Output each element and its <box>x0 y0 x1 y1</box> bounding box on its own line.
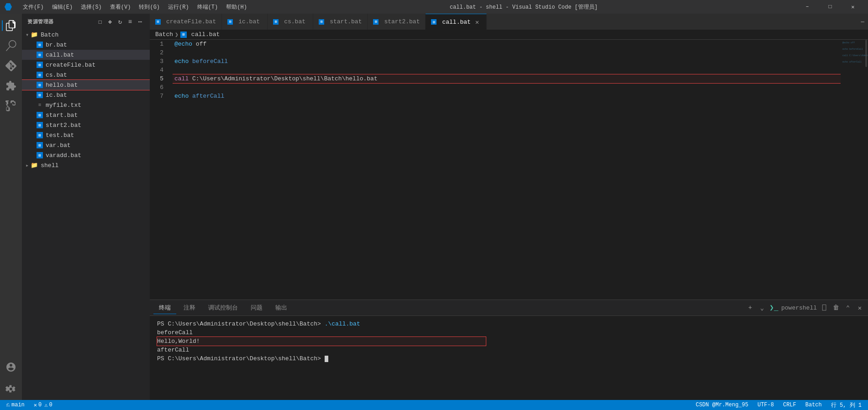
kill-terminal-button[interactable]: 🗑 <box>831 303 841 312</box>
filename: createFile.bat <box>46 62 95 68</box>
status-language[interactable]: Batch <box>803 400 825 410</box>
file-createfile-bat[interactable]: ⊞ createFile.bat <box>22 60 150 70</box>
terminal-content[interactable]: PS C:\Users\Administrator\Desktop\shell\… <box>150 316 868 400</box>
windows-file-icon: ⊞ <box>37 142 43 148</box>
file-br-bat[interactable]: ⊞ br.bat <box>22 40 150 50</box>
menu-view[interactable]: 查看(V) <box>106 2 135 12</box>
status-line-ending[interactable]: CRLF <box>780 400 799 410</box>
breadcrumb-separator: ❯ <box>175 31 179 38</box>
error-count: 0 <box>38 402 42 408</box>
encoding-label: UTF-8 <box>758 402 774 408</box>
file-cs-bat[interactable]: ⊞ cs.bat <box>22 70 150 80</box>
line-num-3: 3 <box>153 57 167 66</box>
code-line-2 <box>173 48 841 57</box>
panel-maximize-button[interactable]: ⌃ <box>843 303 852 312</box>
editor-area: ⊞ createFile.bat ⊞ ic.bat ⊞ cs.bat ⊞ sta… <box>150 14 868 400</box>
breadcrumb-folder[interactable]: Batch <box>155 31 173 38</box>
panel-dropdown-button[interactable]: ⌄ <box>758 303 767 312</box>
activity-accounts[interactable] <box>2 358 20 376</box>
status-attribution[interactable]: CSDN @Mr.Meng_95 <box>693 400 751 410</box>
title-bar-left: 文件(F) 编辑(E) 选择(S) 查看(V) 转到(G) 运行(R) 终端(T… <box>5 2 251 12</box>
activity-git[interactable] <box>2 57 20 75</box>
menu-run[interactable]: 运行(R) <box>164 2 193 12</box>
more-actions-button[interactable]: ⋯ <box>136 18 144 26</box>
status-cursor-position[interactable]: 行 5, 列 1 <box>828 400 864 410</box>
status-errors[interactable]: ✕ 0 ⚠ 0 <box>31 400 55 410</box>
tab-start2-bat[interactable]: ⊞ start2.bat <box>368 14 426 30</box>
tab-label: call.bat <box>442 19 470 26</box>
tab-start-bat[interactable]: ⊞ start.bat <box>313 14 368 30</box>
activity-extensions[interactable] <box>2 97 20 115</box>
folder-icon: 📁 <box>31 31 38 38</box>
menu-edit[interactable]: 编辑(E) <box>48 2 77 12</box>
tab-call-bat[interactable]: ⊞ call.bat ✕ <box>426 14 486 30</box>
tab-createfile-bat[interactable]: ⊞ createFile.bat <box>150 14 222 30</box>
windows-file-icon: ⊞ <box>37 52 43 58</box>
panel-tab-debug-console[interactable]: 调试控制台 <box>203 302 243 314</box>
bat-tab-icon: ⊞ <box>319 19 324 25</box>
tab-close-button[interactable]: ✕ <box>473 18 481 26</box>
activity-explorer[interactable] <box>2 16 20 35</box>
file-var-bat[interactable]: ⊞ var.bat <box>22 140 150 150</box>
split-terminal-button[interactable]: ⎕ <box>820 303 829 312</box>
token <box>192 40 196 48</box>
file-start2-bat[interactable]: ⊞ start2.bat <box>22 120 150 130</box>
activity-settings[interactable] <box>2 380 20 398</box>
panel-close-button[interactable]: ✕ <box>855 303 864 312</box>
new-folder-button[interactable]: ❖ <box>106 18 114 26</box>
status-encoding[interactable]: UTF-8 <box>755 400 777 410</box>
shell-label[interactable]: powershell <box>781 305 817 311</box>
code-editor[interactable]: 1 2 3 4 5 6 7 @echo off <box>150 40 868 300</box>
sidebar: 资源管理器 ☐ ❖ ↻ ≡ ⋯ ▾ 📁 Batch ⊞ br.bat ⊞ <box>22 14 150 400</box>
filename: ic.bat <box>46 92 67 99</box>
refresh-button[interactable]: ↻ <box>116 18 124 26</box>
file-test-bat[interactable]: ⊞ test.bat <box>22 130 150 140</box>
line-num-4: 4 <box>153 66 167 74</box>
menu-terminal[interactable]: 终端(T) <box>194 2 222 12</box>
breadcrumb-file[interactable]: call.bat <box>191 31 220 38</box>
terminal-highlighted-output: Hello,World! <box>157 337 486 346</box>
bat-tab-icon: ⊞ <box>155 19 161 25</box>
activity-search[interactable] <box>2 37 20 55</box>
collapse-button[interactable]: ≡ <box>126 18 134 26</box>
panel-add-button[interactable]: + <box>746 303 755 312</box>
panel-tab-terminal[interactable]: 终端 <box>153 302 176 314</box>
error-icon: ✕ <box>34 402 37 409</box>
windows-file-icon: ⊞ <box>37 152 43 158</box>
line-ending-label: CRLF <box>783 402 796 408</box>
folder-name-shell: shell <box>41 162 58 169</box>
vscode-logo-icon <box>5 3 12 11</box>
attribution-text: CSDN @Mr.Meng_95 <box>696 402 748 408</box>
panel-tab-comments[interactable]: 注释 <box>178 302 201 314</box>
tab-overflow-button[interactable]: ⋯ <box>857 18 868 26</box>
file-start-bat[interactable]: ⊞ start.bat <box>22 110 150 120</box>
panel-tab-problems[interactable]: 问题 <box>245 302 268 314</box>
tab-label: start2.bat <box>384 18 420 25</box>
minimize-button[interactable]: – <box>797 0 818 14</box>
status-branch[interactable]: ⎌ main <box>4 400 27 410</box>
restore-button[interactable]: □ <box>820 0 841 14</box>
file-hello-bat[interactable]: ⊞ hello.bat <box>22 80 150 90</box>
file-ic-bat[interactable]: ⊞ ic.bat <box>22 90 150 100</box>
tab-cs-bat[interactable]: ⊞ cs.bat <box>268 14 313 30</box>
tree-folder-shell[interactable]: ▸ 📁 shell <box>22 160 150 170</box>
tree-folder-batch[interactable]: ▾ 📁 Batch <box>22 30 150 40</box>
file-myfile-txt[interactable]: ≡ myfile.txt <box>22 100 150 110</box>
code-content[interactable]: @echo off echo beforeCall call C:\Users\… <box>173 40 841 300</box>
menu-goto[interactable]: 转到(G) <box>135 2 163 12</box>
tab-ic-bat[interactable]: ⊞ ic.bat <box>222 14 268 30</box>
menu-help[interactable]: 帮助(H) <box>222 2 251 12</box>
file-varadd-bat[interactable]: ⊞ varadd.bat <box>22 150 150 160</box>
activity-debug[interactable] <box>2 77 20 95</box>
breadcrumb-file-icon: ⊞ <box>180 32 187 38</box>
menu-file[interactable]: 文件(F) <box>19 2 47 12</box>
panel-tab-output[interactable]: 输出 <box>270 302 293 314</box>
close-button[interactable]: ✕ <box>842 0 863 14</box>
filename: var.bat <box>46 142 71 149</box>
terminal-line-3: Hello,World! <box>157 337 861 346</box>
file-call-bat[interactable]: ⊞ call.bat <box>22 50 150 60</box>
new-file-button[interactable]: ☐ <box>96 18 104 26</box>
filename: br.bat <box>46 42 67 48</box>
menu-select[interactable]: 选择(S) <box>77 2 105 12</box>
tab-bar: ⊞ createFile.bat ⊞ ic.bat ⊞ cs.bat ⊞ sta… <box>150 14 868 30</box>
